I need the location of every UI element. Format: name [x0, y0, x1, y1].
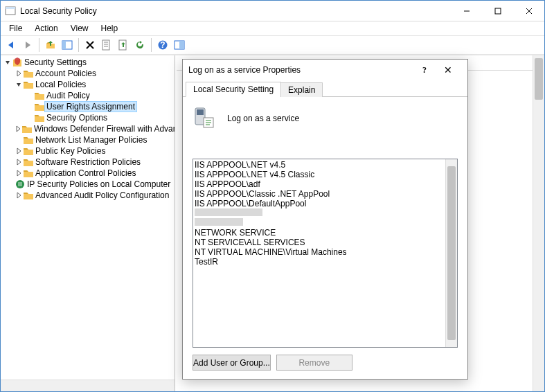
- tree-item-label: User Rights Assignment: [45, 102, 136, 112]
- expand-collapse-icon[interactable]: [15, 69, 23, 78]
- expand-collapse-icon[interactable]: [15, 191, 23, 199]
- tree-item-label: Local Policies: [34, 80, 87, 89]
- principal-item[interactable]: TestIR: [195, 257, 456, 267]
- folder-icon: [34, 101, 45, 112]
- minimize-button[interactable]: [451, 1, 482, 21]
- h-scrollbar[interactable]: [1, 380, 175, 391]
- forward-button[interactable]: [20, 37, 35, 53]
- folder-icon: [34, 112, 45, 123]
- menubar: File Action View Help: [1, 21, 544, 35]
- dialog-help-button[interactable]: ?: [415, 65, 434, 75]
- tree-item[interactable]: Windows Defender Firewall with Advanced …: [1, 123, 175, 134]
- app-icon: [5, 6, 16, 17]
- tree-item-label: Security Settings: [23, 57, 88, 67]
- svg-rect-1: [6, 7, 15, 9]
- window-title: Local Security Policy: [20, 6, 451, 16]
- listbox-scrollbar[interactable]: [445, 159, 457, 347]
- tree-pane[interactable]: Security SettingsAccount PoliciesLocal P…: [1, 55, 175, 391]
- tree-item-label: Network List Manager Policies: [34, 135, 148, 145]
- v-scrollbar[interactable]: [533, 55, 544, 391]
- separator: [78, 38, 79, 52]
- principal-item[interactable]: IIS APPPOOL\.NET v4.5 Classic: [195, 170, 456, 179]
- expand-collapse-icon[interactable]: [15, 147, 23, 155]
- separator: [39, 38, 39, 52]
- tree-item-label: Application Control Policies: [34, 168, 137, 178]
- tree-item[interactable]: Network List Manager Policies: [1, 134, 175, 145]
- manage-templates-button[interactable]: [172, 37, 187, 53]
- help-button[interactable]: ?: [155, 37, 170, 53]
- properties-button[interactable]: [99, 37, 114, 53]
- principal-item[interactable]: NT SERVICE\ALL SERVICES: [195, 238, 456, 247]
- principal-item[interactable]: IIS APPPOOL\DefaultAppPool: [195, 199, 456, 208]
- tree-item-label: IP Security Policies on Local Computer: [26, 179, 172, 189]
- folder-icon: [23, 168, 34, 179]
- dialog-title: Log on as a service Properties: [188, 65, 415, 75]
- security-settings-icon: [12, 57, 23, 68]
- svg-rect-18: [179, 41, 184, 49]
- delete-button[interactable]: [82, 37, 98, 53]
- remove-button: Remove: [276, 355, 352, 371]
- menu-action[interactable]: Action: [29, 22, 63, 35]
- expand-collapse-icon[interactable]: [15, 169, 23, 177]
- up-button[interactable]: [43, 37, 58, 53]
- folder-icon: [23, 157, 34, 168]
- svg-text:?: ?: [160, 40, 165, 50]
- separator: [151, 38, 152, 52]
- principal-item[interactable]: IIS APPPOOL\Classic .NET AppPool: [195, 189, 456, 199]
- back-button[interactable]: [3, 37, 19, 53]
- svg-rect-10: [102, 40, 109, 50]
- folder-icon: [23, 79, 34, 90]
- svg-rect-7: [62, 41, 66, 49]
- tree-root[interactable]: Security Settings: [1, 57, 175, 68]
- policy-name: Log on as a service: [227, 114, 299, 123]
- export-list-button[interactable]: [116, 37, 131, 53]
- menu-view[interactable]: View: [65, 22, 94, 35]
- toolbar: ?: [1, 35, 544, 55]
- folder-icon: [34, 90, 45, 101]
- principals-listbox[interactable]: IIS APPPOOL\.NET v4.5IIS APPPOOL\.NET v4…: [193, 159, 458, 348]
- expand-collapse-icon[interactable]: [15, 136, 23, 144]
- folder-icon: [23, 145, 34, 157]
- tree-item[interactable]: Security Options: [1, 112, 175, 123]
- policy-icon: [193, 105, 216, 131]
- tree-item[interactable]: Audit Policy: [1, 90, 175, 101]
- dialog-close-button[interactable]: ✕: [434, 64, 462, 75]
- show-hide-tree-button[interactable]: [60, 37, 75, 53]
- expand-collapse-icon[interactable]: [26, 114, 34, 122]
- titlebar: Local Security Policy: [1, 1, 544, 21]
- expand-collapse-icon[interactable]: [15, 80, 23, 89]
- tree-item[interactable]: Account Policies: [1, 68, 175, 79]
- tab-explain[interactable]: Explain: [280, 82, 323, 97]
- principal-item[interactable]: NETWORK SERVICE: [195, 228, 456, 238]
- expand-collapse-icon[interactable]: [3, 58, 12, 66]
- principal-item[interactable]: IIS APPPOOL\.NET v4.5: [195, 160, 456, 170]
- add-user-or-group-button[interactable]: Add User or Group...: [193, 355, 271, 371]
- tree-item-label: Windows Defender Firewall with Advanced …: [33, 124, 175, 134]
- principal-item[interactable]: NT VIRTUAL MACHINE\Virtual Machines: [195, 247, 456, 257]
- tree-item[interactable]: Software Restriction Policies: [1, 157, 175, 168]
- maximize-button[interactable]: [482, 1, 513, 21]
- folder-icon: [21, 123, 33, 134]
- menu-file[interactable]: File: [3, 22, 28, 35]
- tree-item-label: Audit Policy: [45, 91, 91, 100]
- tab-local-security-setting[interactable]: Local Security Setting: [186, 82, 281, 97]
- principal-item-redacted[interactable]: [195, 208, 456, 218]
- expand-collapse-icon[interactable]: [15, 158, 23, 166]
- expand-collapse-icon[interactable]: [26, 91, 34, 100]
- tree-item[interactable]: Advanced Audit Policy Configuration: [1, 190, 175, 201]
- properties-dialog: Log on as a service Properties ? ✕ Local…: [182, 59, 468, 380]
- refresh-button[interactable]: [132, 37, 148, 53]
- tree-item-label: Advanced Audit Policy Configuration: [34, 190, 170, 200]
- tree-item[interactable]: Local Policies: [1, 79, 175, 90]
- tree-item-label: Software Restriction Policies: [34, 157, 142, 167]
- tree-item[interactable]: Public Key Policies: [1, 145, 175, 157]
- expand-collapse-icon[interactable]: [15, 125, 21, 133]
- tree-item[interactable]: User Rights Assignment: [1, 101, 175, 112]
- principal-item-redacted[interactable]: [195, 218, 456, 228]
- close-button[interactable]: [513, 1, 544, 21]
- tree-item[interactable]: Application Control Policies: [1, 168, 175, 179]
- expand-collapse-icon[interactable]: [26, 103, 34, 111]
- menu-help[interactable]: Help: [96, 22, 124, 35]
- principal-item[interactable]: IIS APPPOOL\adf: [195, 179, 456, 189]
- tree-item[interactable]: IP Security Policies on Local Computer: [1, 179, 175, 190]
